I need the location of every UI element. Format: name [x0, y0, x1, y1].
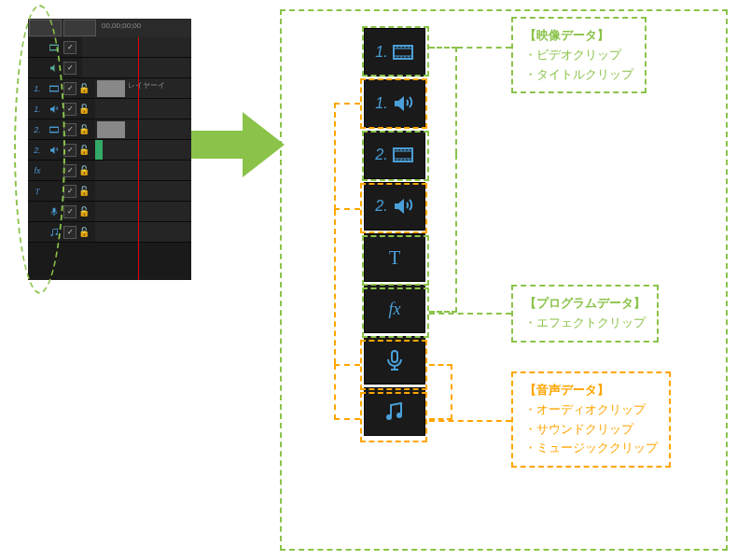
- lock-icon[interactable]: 🔓: [78, 145, 91, 155]
- svg-point-38: [396, 413, 402, 418]
- speaker-icon: [392, 92, 414, 115]
- track-number: 2.: [375, 198, 387, 215]
- label-audio: 【音声データ】 ・オーディオクリップ ・サウンドクリップ ・ミュージッククリップ: [511, 371, 671, 468]
- lock-icon[interactable]: 🔓: [78, 104, 91, 114]
- lock-icon[interactable]: 🔓: [78, 186, 91, 196]
- speaker-icon: [392, 195, 414, 217]
- diagram-frame: [280, 9, 728, 551]
- icon-cell-t: T: [364, 233, 425, 282]
- checkbox[interactable]: ✓: [63, 41, 76, 54]
- checkbox[interactable]: ✓: [63, 205, 76, 218]
- icon-cell-a1: 1.: [364, 79, 425, 128]
- checkbox[interactable]: ✓: [63, 164, 76, 177]
- checkbox[interactable]: ✓: [63, 144, 76, 157]
- label-line: ・ビデオクリップ: [524, 46, 633, 65]
- arrow-icon: [191, 107, 285, 182]
- fx-icon: fx: [383, 298, 406, 320]
- icon-cell-v1: 1.: [364, 28, 425, 77]
- label-line: ・ミュージッククリップ: [524, 439, 658, 458]
- track-number: 1.: [375, 95, 387, 112]
- music-icon: [383, 400, 406, 423]
- film-icon: [392, 144, 414, 166]
- icon-cell-v2: 2.: [364, 131, 425, 179]
- mic-icon: [383, 349, 406, 371]
- highlight-ellipse: [14, 5, 65, 294]
- label-video: 【映像データ】 ・ビデオクリップ ・タイトルクリップ: [511, 17, 647, 93]
- label-line: ・タイトルクリップ: [524, 65, 633, 85]
- bracket-video-top: [429, 47, 457, 154]
- bracket-video-bottom: [429, 154, 457, 313]
- checkbox[interactable]: ✓: [63, 123, 76, 136]
- checkbox[interactable]: ✓: [63, 103, 76, 116]
- icon-cell-fx: fx: [364, 285, 425, 333]
- checkbox[interactable]: ✓: [63, 226, 76, 239]
- checkbox[interactable]: ✓: [63, 185, 76, 198]
- header-tab-2[interactable]: [63, 20, 96, 36]
- film-icon: [392, 41, 414, 63]
- icon-cell-music: [364, 387, 425, 436]
- svg-text:fx: fx: [389, 300, 401, 318]
- label-line: ・エフェクトクリップ: [524, 314, 646, 333]
- checkbox[interactable]: ✓: [63, 62, 76, 75]
- connector-audio: [429, 420, 511, 422]
- lock-icon[interactable]: 🔓: [78, 165, 91, 175]
- bracket-audio-2: [334, 364, 360, 420]
- bracket-audio-mid: [334, 210, 336, 364]
- label-title: 【プログラムデータ】: [524, 294, 646, 314]
- clip-thumbnail[interactable]: [97, 121, 125, 138]
- svg-rect-23: [394, 148, 412, 161]
- lock-icon[interactable]: 🔓: [78, 83, 91, 93]
- lock-icon[interactable]: 🔓: [78, 124, 91, 134]
- checkbox[interactable]: ✓: [63, 82, 76, 95]
- track-number: 2.: [375, 147, 387, 163]
- svg-rect-36: [392, 351, 397, 362]
- icon-column: 1. 1. 2. 2. T fx: [364, 28, 429, 439]
- connector-fx: [429, 313, 511, 315]
- timecode: 00,00;00;00: [97, 19, 146, 37]
- clip-thumbnail[interactable]: [97, 80, 125, 97]
- track-number: 1.: [375, 44, 387, 61]
- bracket-audio-right: [429, 364, 452, 420]
- svg-rect-12: [394, 46, 412, 59]
- label-line: ・オーディオクリップ: [524, 400, 658, 420]
- text-icon: T: [383, 246, 406, 269]
- playhead[interactable]: [138, 37, 139, 280]
- lock-icon[interactable]: 🔓: [78, 206, 91, 217]
- clip-label: レイヤーイ: [128, 80, 165, 91]
- label-title: 【音声データ】: [524, 381, 658, 400]
- label-title: 【映像データ】: [524, 26, 633, 46]
- lock-icon[interactable]: 🔓: [78, 227, 91, 237]
- connector-video: [457, 47, 511, 49]
- icon-cell-mic: [364, 336, 425, 385]
- label-program: 【プログラムデータ】 ・エフェクトクリップ: [511, 285, 659, 343]
- label-line: ・サウンドクリップ: [524, 420, 658, 440]
- svg-text:T: T: [389, 247, 400, 268]
- svg-point-37: [386, 414, 392, 420]
- icon-cell-a2: 2.: [364, 182, 425, 231]
- bracket-audio-1: [334, 103, 360, 210]
